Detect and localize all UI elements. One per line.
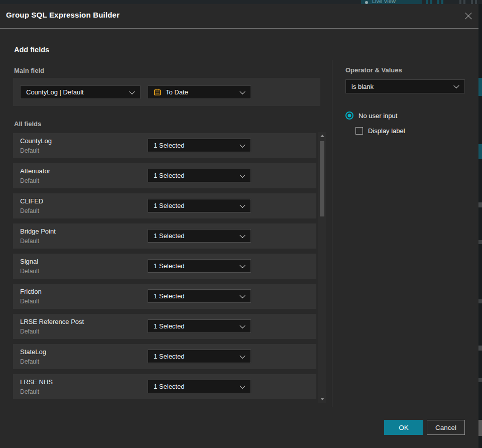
live-view-label: Live View <box>372 0 396 4</box>
field-subtitle: Default <box>20 177 39 184</box>
main-field-container: CountyLog | Default To Date <box>13 78 320 106</box>
background-toolbar-strip: Live View <box>0 0 482 4</box>
operator-dropdown[interactable]: is blank <box>345 79 465 93</box>
field-selected-dropdown[interactable]: 1 Selected <box>148 169 251 182</box>
field-row-clifed: CLIFED Default 1 Selected <box>13 193 316 218</box>
field-selected-value: 1 Selected <box>148 262 184 270</box>
toolbar-bar-icon <box>426 0 428 4</box>
field-name: Bridge Point <box>20 228 56 235</box>
field-selected-value: 1 Selected <box>148 232 184 240</box>
chevron-down-icon <box>239 202 245 207</box>
chevron-down-icon <box>239 262 245 268</box>
field-subtitle: Default <box>20 328 39 335</box>
chevron-down-icon <box>239 88 245 94</box>
display-label-label: Display label <box>368 127 405 135</box>
close-button[interactable] <box>463 11 474 22</box>
field-selected-dropdown[interactable]: 1 Selected <box>148 350 251 363</box>
calendar-icon <box>154 88 161 96</box>
group-sql-expression-builder-dialog: Group SQL Expression Builder Add fields … <box>0 4 478 448</box>
background-app-edge-fragment <box>478 144 482 159</box>
field-subtitle: Default <box>20 147 39 154</box>
field-name: LRSE NHS <box>20 378 53 386</box>
field-row-statelog: StateLog Default 1 Selected <box>13 344 316 369</box>
toolbar-bar-icon <box>430 0 432 4</box>
checkbox-unchecked-icon <box>355 127 363 135</box>
field-subtitle: Default <box>20 358 39 365</box>
background-app-edge-fragment <box>478 202 482 207</box>
field-selected-dropdown[interactable]: 1 Selected <box>148 380 251 393</box>
no-user-input-label: No user input <box>358 112 397 120</box>
chevron-down-icon <box>239 292 245 298</box>
chevron-down-icon <box>239 353 245 358</box>
field-name: Signal <box>20 258 38 265</box>
field-name: Attenuator <box>20 167 50 175</box>
operator-values-label: Operator & Values <box>345 66 402 74</box>
field-name: CLIFED <box>20 197 43 205</box>
field-row-signal: Signal Default 1 Selected <box>13 254 316 279</box>
field-selected-dropdown[interactable]: 1 Selected <box>148 229 251 243</box>
field-selected-value: 1 Selected <box>148 353 184 360</box>
main-field-dropdown-value: CountyLog | Default <box>21 88 84 96</box>
field-row-friction: Friction Default 1 Selected <box>13 284 316 309</box>
field-row-countylog: CountyLog Default 1 Selected <box>13 133 316 158</box>
field-selected-dropdown[interactable]: 1 Selected <box>148 319 251 333</box>
operator-dropdown-value: is blank <box>346 83 374 90</box>
field-selected-value: 1 Selected <box>148 383 184 390</box>
cancel-button[interactable]: Cancel <box>427 420 465 435</box>
chevron-down-icon <box>239 322 245 328</box>
field-selected-dropdown[interactable]: 1 Selected <box>148 289 251 303</box>
field-subtitle: Default <box>20 238 39 245</box>
screen: Live View Group SQL Expression Builder A… <box>0 0 482 448</box>
field-selected-value: 1 Selected <box>148 322 184 330</box>
fields-list-scrollbar[interactable] <box>318 132 326 403</box>
field-selected-dropdown[interactable]: 1 Selected <box>148 259 251 273</box>
all-fields-label: All fields <box>14 120 41 128</box>
toolbar-bar-icon <box>471 0 473 4</box>
chevron-down-icon <box>453 83 459 88</box>
scrollbar-down-arrow-icon[interactable] <box>320 398 324 400</box>
field-selected-dropdown[interactable]: 1 Selected <box>148 199 251 212</box>
background-app-edge-fragment <box>478 420 482 436</box>
field-name: StateLog <box>20 348 46 356</box>
background-app-edge-fragment <box>478 378 482 382</box>
date-type-dropdown[interactable]: To Date <box>148 85 251 99</box>
live-view-chip: Live View <box>361 0 422 4</box>
no-user-input-radio[interactable]: No user input <box>345 111 397 120</box>
toolbar-bar-icon <box>459 0 461 4</box>
field-selected-dropdown[interactable]: 1 Selected <box>148 139 251 152</box>
chevron-down-icon <box>239 142 245 147</box>
background-app-edge-fragment <box>478 299 482 303</box>
field-subtitle: Default <box>20 207 39 214</box>
field-row-lrse-nhs: LRSE NHS Default 1 Selected <box>13 374 316 399</box>
field-subtitle: Default <box>20 268 39 275</box>
field-selected-value: 1 Selected <box>148 202 184 209</box>
field-selected-value: 1 Selected <box>148 172 184 179</box>
field-selected-value: 1 Selected <box>148 142 184 149</box>
add-fields-heading: Add fields <box>14 46 49 54</box>
field-name: Friction <box>20 288 42 295</box>
background-app-edge-fragment <box>478 240 482 244</box>
dialog-header: Group SQL Expression Builder <box>0 4 478 29</box>
field-selected-value: 1 Selected <box>148 292 184 300</box>
scrollbar-thumb[interactable] <box>320 141 324 216</box>
main-field-dropdown[interactable]: CountyLog | Default <box>20 85 141 99</box>
close-icon <box>463 11 474 22</box>
field-name: CountyLog <box>20 137 52 145</box>
toolbar-bar-icon <box>475 0 477 4</box>
field-row-bridge-point: Bridge Point Default 1 Selected <box>13 223 316 249</box>
chevron-down-icon <box>239 232 245 238</box>
background-app-edge-fragment <box>478 346 482 351</box>
scrollbar-up-arrow-icon[interactable] <box>320 135 324 137</box>
chevron-down-icon <box>129 88 135 94</box>
date-type-dropdown-value: To Date <box>166 88 188 96</box>
toolbar-bar-icon <box>437 0 439 4</box>
ok-button[interactable]: OK <box>384 420 423 435</box>
chevron-down-icon <box>239 383 245 388</box>
field-subtitle: Default <box>20 298 39 305</box>
main-field-label: Main field <box>14 67 44 74</box>
display-label-checkbox[interactable]: Display label <box>355 127 405 135</box>
toolbar-bar-icon <box>441 0 443 4</box>
panel-divider <box>332 60 332 407</box>
radio-selected-icon <box>345 111 353 120</box>
field-name: LRSE Reference Post <box>20 318 84 325</box>
